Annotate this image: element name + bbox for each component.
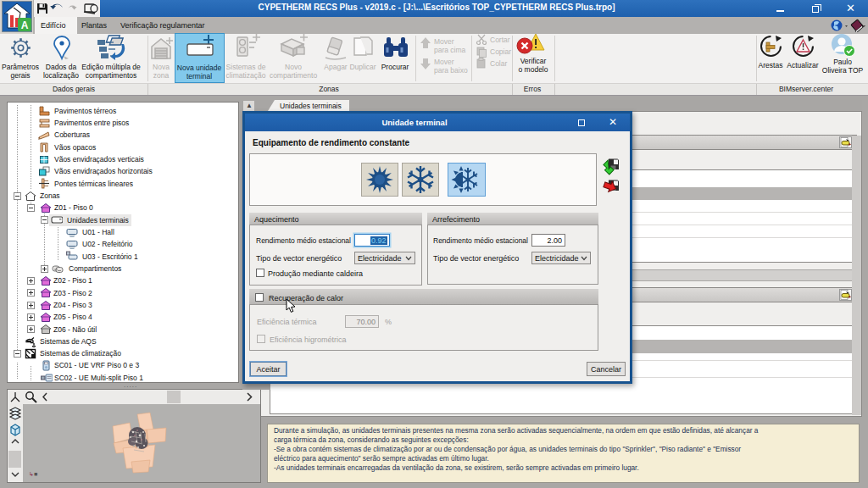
svg-text:A: A [21,19,29,31]
